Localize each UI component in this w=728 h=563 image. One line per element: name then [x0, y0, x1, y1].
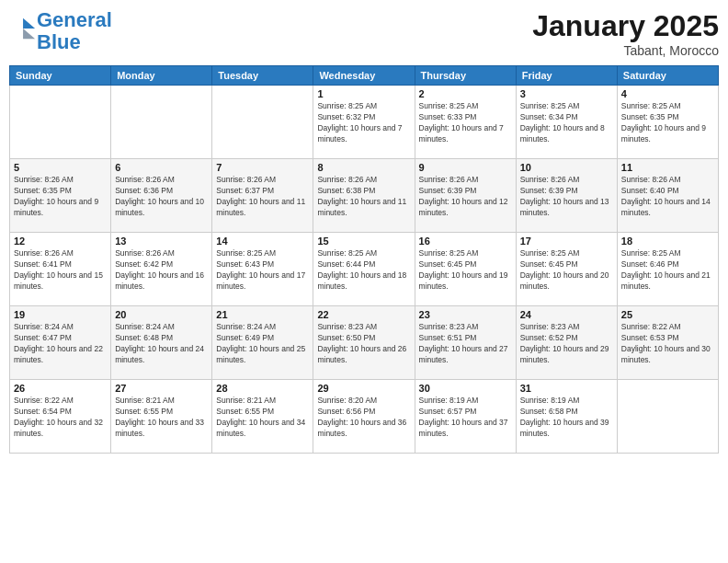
- col-wednesday: Wednesday: [313, 66, 415, 86]
- day-info: Sunrise: 8:25 AMSunset: 6:43 PMDaylight:…: [216, 248, 309, 293]
- day-info: Sunrise: 8:26 AMSunset: 6:39 PMDaylight:…: [520, 175, 613, 219]
- day-number: 18: [621, 236, 714, 247]
- calendar-cell: 24 Sunrise: 8:23 AMSunset: 6:52 PMDaylig…: [516, 306, 617, 380]
- calendar-cell: [617, 380, 718, 454]
- header: General Blue January 2025 Tabant, Morocc…: [9, 9, 719, 58]
- calendar-cell: 9 Sunrise: 8:26 AMSunset: 6:39 PMDayligh…: [415, 159, 516, 233]
- day-info: Sunrise: 8:25 AMSunset: 6:44 PMDaylight:…: [317, 248, 410, 293]
- calendar-cell: [111, 86, 212, 159]
- calendar-cell: 2 Sunrise: 8:25 AMSunset: 6:33 PMDayligh…: [415, 86, 516, 159]
- day-number: 14: [216, 236, 309, 247]
- calendar-cell: [212, 86, 313, 159]
- calendar-cell: 7 Sunrise: 8:26 AMSunset: 6:37 PMDayligh…: [212, 159, 313, 233]
- calendar-cell: 19 Sunrise: 8:24 AMSunset: 6:47 PMDaylig…: [10, 306, 111, 380]
- col-tuesday: Tuesday: [212, 66, 313, 86]
- calendar-cell: 21 Sunrise: 8:24 AMSunset: 6:49 PMDaylig…: [212, 306, 313, 380]
- calendar-page: General Blue January 2025 Tabant, Morocc…: [0, 0, 728, 563]
- col-thursday: Thursday: [415, 66, 516, 86]
- day-number: 28: [216, 383, 309, 394]
- day-info: Sunrise: 8:26 AMSunset: 6:37 PMDaylight:…: [216, 175, 309, 219]
- calendar-header-row: Sunday Monday Tuesday Wednesday Thursday…: [10, 66, 719, 86]
- day-info: Sunrise: 8:26 AMSunset: 6:40 PMDaylight:…: [621, 175, 714, 219]
- day-info: Sunrise: 8:23 AMSunset: 6:50 PMDaylight:…: [317, 322, 410, 366]
- calendar-cell: 1 Sunrise: 8:25 AMSunset: 6:32 PMDayligh…: [313, 86, 415, 159]
- day-number: 29: [317, 383, 410, 394]
- calendar-cell: 11 Sunrise: 8:26 AMSunset: 6:40 PMDaylig…: [617, 159, 718, 233]
- logo-line1: General: [37, 8, 112, 31]
- calendar-cell: 31 Sunrise: 8:19 AMSunset: 6:58 PMDaylig…: [516, 380, 617, 454]
- calendar-cell: 26 Sunrise: 8:22 AMSunset: 6:54 PMDaylig…: [10, 380, 111, 454]
- day-info: Sunrise: 8:20 AMSunset: 6:56 PMDaylight:…: [317, 396, 410, 440]
- day-number: 10: [520, 162, 613, 173]
- calendar-cell: 27 Sunrise: 8:21 AMSunset: 6:55 PMDaylig…: [111, 380, 212, 454]
- calendar-week-row: 1 Sunrise: 8:25 AMSunset: 6:32 PMDayligh…: [10, 86, 719, 159]
- calendar-cell: 23 Sunrise: 8:23 AMSunset: 6:51 PMDaylig…: [415, 306, 516, 380]
- day-info: Sunrise: 8:26 AMSunset: 6:36 PMDaylight:…: [115, 175, 208, 219]
- calendar-cell: 17 Sunrise: 8:25 AMSunset: 6:45 PMDaylig…: [516, 233, 617, 306]
- day-info: Sunrise: 8:26 AMSunset: 6:42 PMDaylight:…: [115, 248, 208, 293]
- day-info: Sunrise: 8:25 AMSunset: 6:32 PMDaylight:…: [317, 101, 410, 145]
- day-info: Sunrise: 8:25 AMSunset: 6:35 PMDaylight:…: [621, 101, 714, 145]
- day-info: Sunrise: 8:21 AMSunset: 6:55 PMDaylight:…: [115, 396, 208, 440]
- day-number: 3: [520, 88, 613, 99]
- day-info: Sunrise: 8:19 AMSunset: 6:58 PMDaylight:…: [520, 396, 613, 440]
- calendar-cell: 8 Sunrise: 8:26 AMSunset: 6:38 PMDayligh…: [313, 159, 415, 233]
- svg-marker-0: [23, 18, 35, 29]
- col-friday: Friday: [516, 66, 617, 86]
- calendar-cell: 14 Sunrise: 8:25 AMSunset: 6:43 PMDaylig…: [212, 233, 313, 306]
- day-info: Sunrise: 8:24 AMSunset: 6:48 PMDaylight:…: [115, 322, 208, 366]
- day-info: Sunrise: 8:26 AMSunset: 6:35 PMDaylight:…: [14, 175, 107, 219]
- svg-marker-1: [23, 29, 35, 39]
- logo: General Blue: [9, 9, 112, 53]
- day-info: Sunrise: 8:23 AMSunset: 6:52 PMDaylight:…: [520, 322, 613, 366]
- calendar-week-row: 26 Sunrise: 8:22 AMSunset: 6:54 PMDaylig…: [10, 380, 719, 454]
- day-number: 5: [14, 162, 107, 173]
- day-number: 31: [520, 383, 613, 394]
- col-monday: Monday: [111, 66, 212, 86]
- calendar-cell: 5 Sunrise: 8:26 AMSunset: 6:35 PMDayligh…: [10, 159, 111, 233]
- day-info: Sunrise: 8:26 AMSunset: 6:39 PMDaylight:…: [419, 175, 512, 219]
- calendar-cell: 18 Sunrise: 8:25 AMSunset: 6:46 PMDaylig…: [617, 233, 718, 306]
- day-number: 11: [621, 162, 714, 173]
- day-info: Sunrise: 8:26 AMSunset: 6:38 PMDaylight:…: [317, 175, 410, 219]
- calendar-cell: 16 Sunrise: 8:25 AMSunset: 6:45 PMDaylig…: [415, 233, 516, 306]
- day-info: Sunrise: 8:22 AMSunset: 6:54 PMDaylight:…: [14, 396, 107, 440]
- day-number: 16: [419, 236, 512, 247]
- day-info: Sunrise: 8:25 AMSunset: 6:34 PMDaylight:…: [520, 101, 613, 145]
- day-number: 13: [115, 236, 208, 247]
- day-info: Sunrise: 8:25 AMSunset: 6:45 PMDaylight:…: [419, 248, 512, 293]
- col-sunday: Sunday: [10, 66, 111, 86]
- calendar-cell: 4 Sunrise: 8:25 AMSunset: 6:35 PMDayligh…: [617, 86, 718, 159]
- day-info: Sunrise: 8:24 AMSunset: 6:49 PMDaylight:…: [216, 322, 309, 366]
- day-number: 17: [520, 236, 613, 247]
- logo-text: General Blue: [37, 9, 112, 53]
- day-number: 27: [115, 383, 208, 394]
- calendar-cell: 10 Sunrise: 8:26 AMSunset: 6:39 PMDaylig…: [516, 159, 617, 233]
- calendar-cell: 28 Sunrise: 8:21 AMSunset: 6:55 PMDaylig…: [212, 380, 313, 454]
- calendar-cell: 25 Sunrise: 8:22 AMSunset: 6:53 PMDaylig…: [617, 306, 718, 380]
- day-number: 1: [317, 88, 410, 99]
- day-info: Sunrise: 8:23 AMSunset: 6:51 PMDaylight:…: [419, 322, 512, 366]
- day-number: 22: [317, 309, 410, 320]
- day-number: 19: [14, 309, 107, 320]
- day-info: Sunrise: 8:25 AMSunset: 6:45 PMDaylight:…: [520, 248, 613, 293]
- calendar-cell: 29 Sunrise: 8:20 AMSunset: 6:56 PMDaylig…: [313, 380, 415, 454]
- logo-line2: Blue: [37, 30, 81, 53]
- day-number: 2: [419, 88, 512, 99]
- day-number: 25: [621, 309, 714, 320]
- day-number: 24: [520, 309, 613, 320]
- day-info: Sunrise: 8:24 AMSunset: 6:47 PMDaylight:…: [14, 322, 107, 366]
- calendar-cell: 15 Sunrise: 8:25 AMSunset: 6:44 PMDaylig…: [313, 233, 415, 306]
- calendar-week-row: 12 Sunrise: 8:26 AMSunset: 6:41 PMDaylig…: [10, 233, 719, 306]
- day-info: Sunrise: 8:25 AMSunset: 6:33 PMDaylight:…: [419, 101, 512, 145]
- calendar-cell: 3 Sunrise: 8:25 AMSunset: 6:34 PMDayligh…: [516, 86, 617, 159]
- day-number: 30: [419, 383, 512, 394]
- calendar-cell: 22 Sunrise: 8:23 AMSunset: 6:50 PMDaylig…: [313, 306, 415, 380]
- day-info: Sunrise: 8:26 AMSunset: 6:41 PMDaylight:…: [14, 248, 107, 293]
- calendar-week-row: 5 Sunrise: 8:26 AMSunset: 6:35 PMDayligh…: [10, 159, 719, 233]
- day-number: 26: [14, 383, 107, 394]
- calendar-cell: 30 Sunrise: 8:19 AMSunset: 6:57 PMDaylig…: [415, 380, 516, 454]
- month-title: January 2025: [532, 9, 719, 43]
- calendar-week-row: 19 Sunrise: 8:24 AMSunset: 6:47 PMDaylig…: [10, 306, 719, 380]
- day-number: 15: [317, 236, 410, 247]
